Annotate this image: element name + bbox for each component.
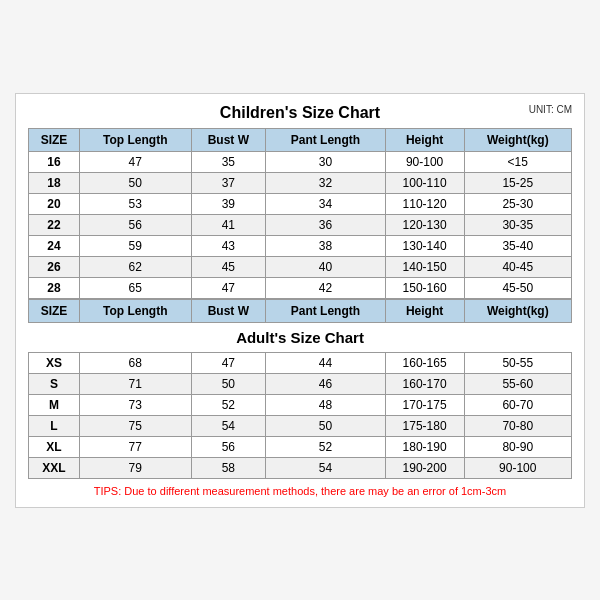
table-cell: 40 [266, 256, 386, 277]
table-cell: 46 [266, 373, 386, 394]
table-cell: 50 [266, 415, 386, 436]
col-weight: Weight(kg) [464, 128, 571, 151]
table-cell: 38 [266, 235, 386, 256]
children-size-table: SIZE Top Length Bust W Pant Length Heigh… [28, 128, 572, 299]
col-top-length: Top Length [79, 128, 191, 151]
table-row: 24594338130-14035-40 [29, 235, 572, 256]
table-cell: 42 [266, 277, 386, 298]
table-cell: 62 [79, 256, 191, 277]
table-cell: 22 [29, 214, 80, 235]
table-cell: 47 [79, 151, 191, 172]
adults-size-table: Adult's Size Chart SIZE Top Length Bust … [28, 299, 572, 479]
table-cell: L [29, 415, 80, 436]
table-cell: 32 [266, 172, 386, 193]
adult-col-top-length: Top Length [79, 299, 191, 322]
adult-col-pant-length: Pant Length [266, 299, 386, 322]
table-row: XL775652180-19080-90 [29, 436, 572, 457]
table-cell: 160-170 [385, 373, 464, 394]
table-cell: 20 [29, 193, 80, 214]
col-height: Height [385, 128, 464, 151]
table-cell: <15 [464, 151, 571, 172]
table-cell: 24 [29, 235, 80, 256]
table-cell: 52 [191, 394, 266, 415]
unit-label: UNIT: CM [529, 104, 572, 115]
table-cell: 35-40 [464, 235, 571, 256]
adult-col-weight: Weight(kg) [464, 299, 571, 322]
table-row: 20533934110-12025-30 [29, 193, 572, 214]
table-cell: 140-150 [385, 256, 464, 277]
adults-title-row: Adult's Size Chart [29, 322, 572, 352]
table-cell: 55-60 [464, 373, 571, 394]
table-cell: 79 [79, 457, 191, 478]
table-row: 18503732100-11015-25 [29, 172, 572, 193]
table-row: XXL795854190-20090-100 [29, 457, 572, 478]
table-cell: S [29, 373, 80, 394]
table-row: L755450175-18070-80 [29, 415, 572, 436]
table-cell: 190-200 [385, 457, 464, 478]
table-cell: 75 [79, 415, 191, 436]
table-cell: 47 [191, 352, 266, 373]
table-cell: 15-25 [464, 172, 571, 193]
table-cell: 35 [191, 151, 266, 172]
adults-title: Adult's Size Chart [29, 322, 572, 352]
table-cell: 43 [191, 235, 266, 256]
table-cell: 100-110 [385, 172, 464, 193]
table-row: 1647353090-100<15 [29, 151, 572, 172]
table-cell: 59 [79, 235, 191, 256]
table-cell: 70-80 [464, 415, 571, 436]
table-cell: 18 [29, 172, 80, 193]
table-cell: 130-140 [385, 235, 464, 256]
table-cell: 68 [79, 352, 191, 373]
table-cell: 73 [79, 394, 191, 415]
table-cell: 47 [191, 277, 266, 298]
table-row: 22564136120-13030-35 [29, 214, 572, 235]
adult-col-bust-w: Bust W [191, 299, 266, 322]
table-cell: 30-35 [464, 214, 571, 235]
table-cell: 36 [266, 214, 386, 235]
table-cell: 45 [191, 256, 266, 277]
table-cell: 45-50 [464, 277, 571, 298]
tips-text: TIPS: Due to different measurement metho… [28, 485, 572, 497]
adult-col-height: Height [385, 299, 464, 322]
table-row: 28654742150-16045-50 [29, 277, 572, 298]
table-cell: 52 [266, 436, 386, 457]
children-header-row: SIZE Top Length Bust W Pant Length Heigh… [29, 128, 572, 151]
table-cell: XXL [29, 457, 80, 478]
col-pant-length: Pant Length [266, 128, 386, 151]
table-row: XS684744160-16550-55 [29, 352, 572, 373]
adults-header-row: SIZE Top Length Bust W Pant Length Heigh… [29, 299, 572, 322]
table-cell: 40-45 [464, 256, 571, 277]
table-cell: 56 [79, 214, 191, 235]
table-cell: 110-120 [385, 193, 464, 214]
table-cell: 39 [191, 193, 266, 214]
table-cell: 54 [266, 457, 386, 478]
table-cell: 58 [191, 457, 266, 478]
table-row: M735248170-17560-70 [29, 394, 572, 415]
table-cell: 175-180 [385, 415, 464, 436]
table-cell: 71 [79, 373, 191, 394]
col-bust-w: Bust W [191, 128, 266, 151]
table-row: 26624540140-15040-45 [29, 256, 572, 277]
table-cell: 180-190 [385, 436, 464, 457]
table-cell: 80-90 [464, 436, 571, 457]
table-cell: 90-100 [464, 457, 571, 478]
table-cell: 26 [29, 256, 80, 277]
table-cell: 56 [191, 436, 266, 457]
col-size: SIZE [29, 128, 80, 151]
chart-title: Children's Size Chart [220, 104, 380, 122]
table-cell: 90-100 [385, 151, 464, 172]
table-cell: 37 [191, 172, 266, 193]
table-cell: 53 [79, 193, 191, 214]
table-cell: M [29, 394, 80, 415]
table-cell: XL [29, 436, 80, 457]
table-cell: 50 [79, 172, 191, 193]
table-cell: 160-165 [385, 352, 464, 373]
chart-container: Children's Size Chart UNIT: CM SIZE Top … [15, 93, 585, 508]
table-cell: 65 [79, 277, 191, 298]
table-cell: 54 [191, 415, 266, 436]
title-row: Children's Size Chart UNIT: CM [28, 104, 572, 122]
table-cell: 28 [29, 277, 80, 298]
table-cell: 25-30 [464, 193, 571, 214]
table-cell: 30 [266, 151, 386, 172]
table-cell: 16 [29, 151, 80, 172]
